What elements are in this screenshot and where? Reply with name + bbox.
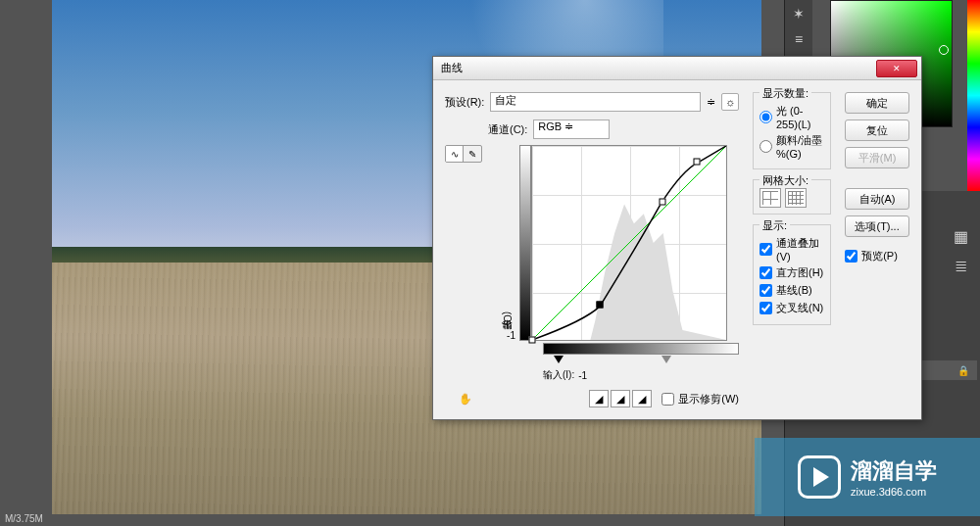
input-value: -1 [578,370,587,381]
show-group: 显示: 通道叠加(V) 直方图(H) 基线(B) 交叉线(N) [753,224,831,325]
watermark-title: 溜溜自学 [851,456,937,486]
baseline-checkbox[interactable]: 基线(B) [760,283,824,298]
hue-strip[interactable] [967,0,980,191]
white-point-slider[interactable] [662,356,671,363]
display-amount-group: 显示数量: 光 (0-255)(L) 颜料/油墨 %(G) [753,92,831,169]
eyedroppers: ◢ ◢ ◢ [589,390,652,407]
output-gradient [519,145,531,341]
output-value: -1 [507,330,515,341]
collapsed-panels: ▦ ≣ [941,220,980,281]
crossline-checkbox[interactable]: 交叉线(N) [760,301,824,315]
grid-size-title: 网格大小: [760,173,811,188]
curve-point[interactable] [529,337,536,344]
watermark: 溜溜自学 zixue.3d66.com [755,438,980,516]
grid-large-button[interactable] [760,188,781,208]
dialog-title: 曲线 [437,61,876,75]
hand-tool-icon[interactable]: ✋ [455,390,476,407]
curve-pencil-icon[interactable]: ✎ [464,146,481,162]
layers-icon[interactable]: ▦ [945,222,976,250]
auto-button[interactable]: 自动(A) [845,188,909,210]
output-axis-label: 输出(O): [500,311,515,328]
preview-checkbox[interactable]: 预览(P) [845,249,909,263]
curve-points-icon[interactable]: ∿ [446,146,464,162]
input-gradient[interactable] [543,343,739,355]
watermark-url: zixue.3d66.com [851,486,937,498]
grid-size-group: 网格大小: [753,179,831,215]
gray-eyedropper[interactable]: ◢ [611,390,630,407]
show-clipping-checkbox[interactable]: 显示修剪(W) [662,392,739,406]
smooth-button: 平滑(M) [845,147,909,168]
curve-point[interactable] [597,302,604,309]
lock-icon[interactable]: 🔒 [957,365,969,376]
preset-select[interactable]: 自定 [490,92,701,112]
black-eyedropper[interactable]: ◢ [589,390,609,407]
curves-dialog: 曲线 ✕ 预设(R): 自定 ≑ ☼ 通道(C): RGB ≑ ∿ ✎ [432,56,922,420]
reset-button[interactable]: 复位 [845,120,909,141]
curve-mode-toggle[interactable]: ∿ ✎ [445,145,482,163]
channel-label: 通道(C): [488,122,527,137]
close-button[interactable]: ✕ [876,60,917,77]
black-point-slider[interactable] [554,356,564,363]
history-icon[interactable]: ≣ [945,252,976,279]
preset-label: 预设(R): [445,95,484,110]
channel-overlay-checkbox[interactable]: 通道叠加(V) [760,236,824,263]
ink-radio[interactable]: 颜料/油墨 %(G) [760,133,824,160]
color-selector-ring[interactable] [939,45,949,55]
svg-line-1 [532,146,726,340]
channel-select[interactable]: RGB ≑ [533,120,610,139]
preset-gear-button[interactable]: ☼ [721,93,739,111]
histogram-checkbox[interactable]: 直方图(H) [760,265,824,280]
show-clipping-input[interactable] [662,393,674,406]
dialog-titlebar[interactable]: 曲线 ✕ [433,57,921,80]
display-amount-title: 显示数量: [760,86,811,101]
play-icon [798,455,841,499]
show-title: 显示: [760,218,790,233]
status-bar: M/3.75M [0,511,48,526]
curve-point[interactable] [694,158,701,165]
options-button[interactable]: 选项(T)... [845,215,909,237]
curve-point[interactable] [659,199,665,206]
curves-overlay [532,146,726,340]
white-eyedropper[interactable]: ◢ [632,390,652,407]
input-axis-label: 输入(I): [543,368,574,382]
ok-button[interactable]: 确定 [845,92,909,114]
grid-small-button[interactable] [785,188,807,208]
light-radio[interactable]: 光 (0-255)(L) [760,104,824,130]
sliders-icon[interactable]: ≡ [787,27,810,51]
sparkle-icon[interactable]: ✶ [787,2,810,25]
curve-graph[interactable] [531,145,727,341]
